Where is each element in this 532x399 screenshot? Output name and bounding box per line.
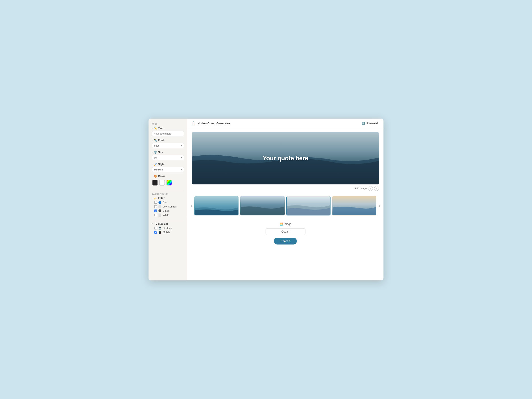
color-swatch-black[interactable] [152,180,158,185]
text-section-icon: ✏️ [154,127,157,130]
desktop-option: 🖥️ Desktop [152,227,184,230]
thumbnails-container [194,196,376,215]
app-title: Notion Cover Generator [197,122,230,125]
desktop-icon: 🖥️ [158,227,162,230]
image-section-label: Image [284,222,291,226]
color-swatch-rainbow[interactable]: + [166,180,172,185]
size-field: 242832364048 ▾ [152,155,184,160]
text-collapse-row[interactable]: ▾ ✏️ Text [152,127,184,130]
size-select[interactable]: 242832364048 [152,155,184,160]
image-label-row: 🌅 Image [279,222,291,226]
search-area: 🌅 Image Search [187,218,383,249]
shift-down-button[interactable]: ↓ [374,186,379,191]
black-label[interactable]: Black [163,209,169,212]
search-button[interactable]: Search [274,238,297,245]
app-window: TEXT ▾ ✏️ Text ▾ ✒️ Font Inter Roboto Op… [149,119,383,280]
mobile-label[interactable]: Mobile [163,231,170,234]
download-icon: ⬇️ [361,122,365,125]
white-icon: ⬜ [158,214,162,216]
visualizer-collapse-arrow: ▾ [152,223,153,225]
header-left: 📋 Notion Cover Generator [191,121,230,126]
background-section-label: BACKGROUND [152,193,184,195]
next-thumbnail-button[interactable]: › [376,196,383,216]
text-section-title: Text [158,127,163,130]
color-swatches-row: + [152,180,184,185]
color-swatch-white[interactable] [159,180,165,185]
low-contrast-option: ⬜ Low Contrast [152,205,184,208]
sidebar-divider [152,190,184,190]
size-collapse-arrow: ▾ [152,151,153,153]
cover-quote-text: Your quote here [263,155,308,162]
text-section-label: TEXT [152,123,184,125]
white-option: ⬜ White [152,214,184,216]
blur-icon: 🔵 [158,201,162,204]
color-collapse-arrow: ▾ [152,175,153,177]
text-collapse-arrow: ▾ [152,127,153,129]
download-button[interactable]: ⬇️ Download [360,121,380,126]
blur-checkbox[interactable] [154,201,157,204]
color-section-icon: 🎨 [154,174,157,178]
rainbow-plus-icon: + [168,181,170,184]
low-contrast-icon: ⬜ [158,205,162,208]
style-collapse-row[interactable]: ▾ 🖌️ Style [152,163,184,166]
style-select[interactable]: LightMediumBold [152,167,184,172]
mobile-option: 📱 Mobile [152,231,184,234]
thumbnail-1[interactable] [194,196,239,215]
black-icon: ⚫ [158,209,162,212]
mobile-checkbox[interactable] [154,231,157,234]
filter-section-title: Filter [158,197,165,200]
white-label[interactable]: White [163,214,169,216]
font-select[interactable]: Inter Roboto Open Sans Lato Montserrat [152,143,184,148]
font-section-icon: ✒️ [154,139,157,142]
size-section-icon: ⚖️ [154,151,157,154]
font-collapse-arrow: ▾ [152,139,153,141]
main-area: 📋 Notion Cover Generator ⬇️ Download [187,119,383,280]
prev-thumbnail-button[interactable]: ‹ [188,196,194,216]
size-section-title: Size [158,151,163,154]
style-section-title: Style [158,163,165,166]
header: 📋 Notion Cover Generator ⬇️ Download [187,119,383,128]
low-contrast-label[interactable]: Low Contrast [163,205,177,208]
filter-collapse-arrow: ▾ [152,197,153,199]
black-checkbox[interactable] [154,209,157,212]
font-collapse-row[interactable]: ▾ ✒️ Font [152,139,184,142]
search-input[interactable] [266,228,305,235]
filter-section-icon: ✨ [154,196,157,200]
desktop-checkbox[interactable] [154,227,157,229]
mobile-icon: 📱 [158,231,162,234]
visualizer-collapse-row[interactable]: ▾ ··· Visualizer [152,222,184,225]
style-section-icon: 🖌️ [154,163,157,166]
shift-up-button[interactable]: ↑ [368,186,373,191]
image-section-icon: 🌅 [279,222,283,226]
sidebar: TEXT ▾ ✏️ Text ▾ ✒️ Font Inter Roboto Op… [149,119,187,280]
shift-row: Shift Image ↑ ↓ [192,186,379,191]
color-field: + [152,179,184,185]
text-field [152,131,184,136]
thumbnails-row: ‹ [187,194,383,218]
shift-label: Shift Image [354,187,367,190]
cover-preview: Your quote here [192,132,379,184]
thumbnail-4[interactable] [332,196,376,215]
color-section-title: Color [158,175,165,178]
low-contrast-checkbox[interactable] [154,205,157,208]
thumbnail-2[interactable] [240,196,284,215]
style-collapse-arrow: ▾ [152,163,153,165]
font-section-title: Font [158,139,164,142]
style-field: LightMediumBold ▾ [152,167,184,172]
blur-label[interactable]: Blur [163,201,167,204]
color-collapse-row[interactable]: ▾ 🎨 Color [152,174,184,178]
download-label: Download [366,122,378,125]
sidebar-divider-2 [152,220,184,220]
white-checkbox[interactable] [154,214,157,216]
thumbnail-3[interactable] [286,196,330,215]
canvas-area: Your quote here Shift Image ↑ ↓ [187,128,383,194]
filter-collapse-row[interactable]: ▾ ✨ Filter [152,196,184,200]
black-option: ⚫ Black [152,209,184,212]
app-logo: 📋 [191,121,196,126]
size-collapse-row[interactable]: ▾ ⚖️ Size [152,151,184,154]
font-field: Inter Roboto Open Sans Lato Montserrat ▾ [152,143,184,148]
blur-option: 🔵 Blur [152,201,184,204]
visualizer-section-title: Visualizer [156,222,168,225]
text-input[interactable] [152,131,184,136]
desktop-label[interactable]: Desktop [163,227,172,229]
